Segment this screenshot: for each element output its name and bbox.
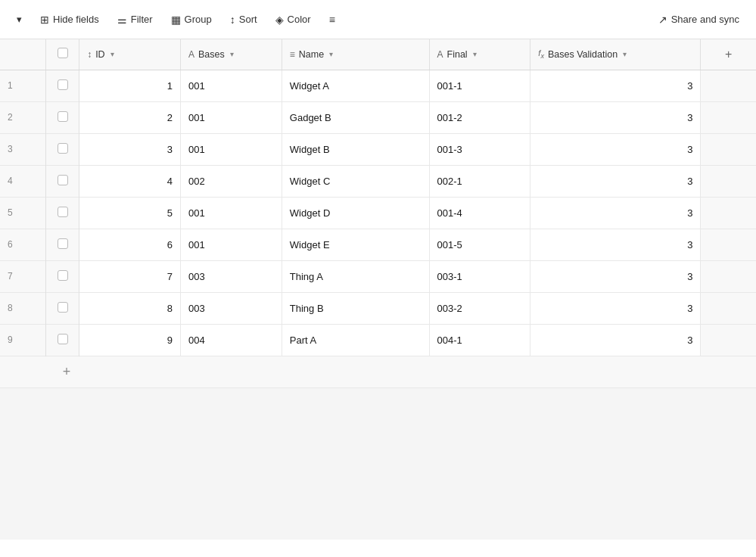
row-checkbox[interactable] bbox=[58, 270, 68, 281]
col-header-bases-val[interactable]: fx Bases Validation ▾ bbox=[530, 39, 701, 70]
col-header-id[interactable]: ↕ ID ▾ bbox=[79, 39, 181, 70]
row-id-cell[interactable]: 5 bbox=[79, 197, 181, 229]
row-checkbox-cell[interactable] bbox=[46, 324, 79, 356]
table-row: 3 3 001 Widget B 001-3 3 bbox=[0, 133, 756, 165]
row-final-cell[interactable]: 002-1 bbox=[429, 165, 530, 197]
color-icon: ◈ bbox=[275, 14, 284, 26]
add-row-row: + bbox=[0, 356, 756, 387]
row-checkbox[interactable] bbox=[58, 111, 68, 122]
row-checkbox-cell[interactable] bbox=[46, 165, 79, 197]
row-bases-cell[interactable]: 002 bbox=[180, 165, 282, 197]
row-id-cell[interactable]: 9 bbox=[79, 324, 181, 356]
row-id-cell[interactable]: 4 bbox=[79, 165, 181, 197]
col-header-final[interactable]: A Final ▾ bbox=[429, 39, 530, 70]
hide-fields-button[interactable]: ⊞ Hide fields bbox=[33, 9, 107, 30]
row-height-button[interactable]: ≡ bbox=[322, 9, 343, 30]
row-bases-cell[interactable]: 001 bbox=[180, 197, 282, 229]
row-checkbox[interactable] bbox=[58, 207, 68, 217]
row-name-cell[interactable]: Thing A bbox=[282, 260, 429, 292]
col-final-label: Final bbox=[447, 49, 468, 60]
col-name-chevron: ▾ bbox=[329, 50, 333, 58]
row-checkbox[interactable] bbox=[58, 238, 68, 249]
row-bases-cell[interactable]: 001 bbox=[180, 70, 282, 101]
row-id-cell[interactable]: 1 bbox=[79, 70, 181, 101]
row-bases-val-cell[interactable]: 3 bbox=[530, 292, 701, 324]
row-checkbox[interactable] bbox=[58, 302, 68, 313]
row-final-cell[interactable]: 001-1 bbox=[429, 70, 530, 101]
row-bases-val-cell[interactable]: 3 bbox=[530, 260, 701, 292]
row-checkbox-cell[interactable] bbox=[46, 101, 79, 133]
row-bases-cell[interactable]: 003 bbox=[180, 260, 282, 292]
table-wrapper: ↕ ID ▾ A Bases ▾ ≡ Name bbox=[0, 39, 756, 557]
row-name-cell[interactable]: Thing B bbox=[282, 292, 429, 324]
row-bases-cell[interactable]: 001 bbox=[180, 229, 282, 260]
row-checkbox-cell[interactable] bbox=[46, 292, 79, 324]
row-final-cell[interactable]: 003-1 bbox=[429, 260, 530, 292]
row-final-cell[interactable]: 001-2 bbox=[429, 101, 530, 133]
row-extra-cell bbox=[701, 133, 756, 165]
table-row: 9 9 004 Part A 004-1 3 bbox=[0, 324, 756, 356]
row-bases-cell[interactable]: 001 bbox=[180, 101, 282, 133]
row-checkbox[interactable] bbox=[58, 175, 68, 185]
row-final-cell[interactable]: 001-3 bbox=[429, 133, 530, 165]
row-bases-val-cell[interactable]: 3 bbox=[530, 165, 701, 197]
row-name-cell[interactable]: Widget C bbox=[282, 165, 429, 197]
row-name-cell[interactable]: Gadget B bbox=[282, 101, 429, 133]
row-name-cell[interactable]: Widget A bbox=[282, 70, 429, 101]
row-num-cell: 8 bbox=[0, 292, 46, 324]
row-checkbox[interactable] bbox=[58, 79, 68, 90]
row-bases-val-cell[interactable]: 3 bbox=[530, 197, 701, 229]
add-row-button[interactable]: + bbox=[54, 356, 80, 387]
group-button[interactable]: ▦ Group bbox=[163, 9, 219, 30]
row-bases-val-cell[interactable]: 3 bbox=[530, 70, 701, 101]
row-checkbox-cell[interactable] bbox=[46, 133, 79, 165]
row-checkbox-cell[interactable] bbox=[46, 197, 79, 229]
table-row: 5 5 001 Widget D 001-4 3 bbox=[0, 197, 756, 229]
row-bases-cell[interactable]: 003 bbox=[180, 292, 282, 324]
row-id-cell[interactable]: 7 bbox=[79, 260, 181, 292]
row-final-cell[interactable]: 001-5 bbox=[429, 229, 530, 260]
add-row-cell[interactable]: + bbox=[46, 356, 701, 387]
sort-button[interactable]: ↕ Sort bbox=[222, 9, 265, 30]
add-column-button[interactable]: + bbox=[701, 39, 756, 70]
col-header-name[interactable]: ≡ Name ▾ bbox=[282, 39, 429, 70]
row-final-cell[interactable]: 003-2 bbox=[429, 292, 530, 324]
row-checkbox-cell[interactable] bbox=[46, 260, 79, 292]
row-checkbox-cell[interactable] bbox=[46, 70, 79, 101]
header-checkbox[interactable] bbox=[58, 48, 68, 58]
row-id-cell[interactable]: 8 bbox=[79, 292, 181, 324]
row-bases-cell[interactable]: 004 bbox=[180, 324, 282, 356]
share-sync-button[interactable]: ↗ Share and sync bbox=[651, 9, 747, 30]
share-icon: ↗ bbox=[658, 14, 667, 26]
row-bases-val-cell[interactable]: 3 bbox=[530, 324, 701, 356]
filter-button[interactable]: ⚌ Filter bbox=[110, 9, 160, 30]
table-row: 6 6 001 Widget E 001-5 3 bbox=[0, 229, 756, 260]
main-table: ↕ ID ▾ A Bases ▾ ≡ Name bbox=[0, 39, 756, 388]
checkbox-header[interactable] bbox=[46, 39, 79, 70]
row-final-cell[interactable]: 004-1 bbox=[429, 324, 530, 356]
row-name-cell[interactable]: Part A bbox=[282, 324, 429, 356]
add-row-num bbox=[0, 356, 46, 387]
color-button[interactable]: ◈ Color bbox=[268, 9, 319, 30]
row-checkbox[interactable] bbox=[58, 334, 68, 344]
row-name-cell[interactable]: Widget E bbox=[282, 229, 429, 260]
row-final-cell[interactable]: 001-4 bbox=[429, 197, 530, 229]
row-bases-val-cell[interactable]: 3 bbox=[530, 229, 701, 260]
row-name-cell[interactable]: Widget B bbox=[282, 133, 429, 165]
row-id-cell[interactable]: 3 bbox=[79, 133, 181, 165]
color-label: Color bbox=[288, 14, 311, 25]
row-checkbox-cell[interactable] bbox=[46, 229, 79, 260]
group-label: Group bbox=[185, 14, 212, 25]
row-num-cell: 2 bbox=[0, 101, 46, 133]
toolbar: ▾ ⊞ Hide fields ⚌ Filter ▦ Group ↕ Sort … bbox=[0, 0, 756, 39]
row-bases-cell[interactable]: 001 bbox=[180, 133, 282, 165]
row-bases-val-cell[interactable]: 3 bbox=[530, 101, 701, 133]
row-bases-val-cell[interactable]: 3 bbox=[530, 133, 701, 165]
row-checkbox[interactable] bbox=[58, 143, 68, 154]
row-id-cell[interactable]: 6 bbox=[79, 229, 181, 260]
row-name-cell[interactable]: Widget D bbox=[282, 197, 429, 229]
col-header-bases[interactable]: A Bases ▾ bbox=[180, 39, 282, 70]
row-id-cell[interactable]: 2 bbox=[79, 101, 181, 133]
col-bases-val-label: Bases Validation bbox=[548, 49, 618, 60]
view-switcher-button[interactable]: ▾ bbox=[9, 9, 30, 30]
